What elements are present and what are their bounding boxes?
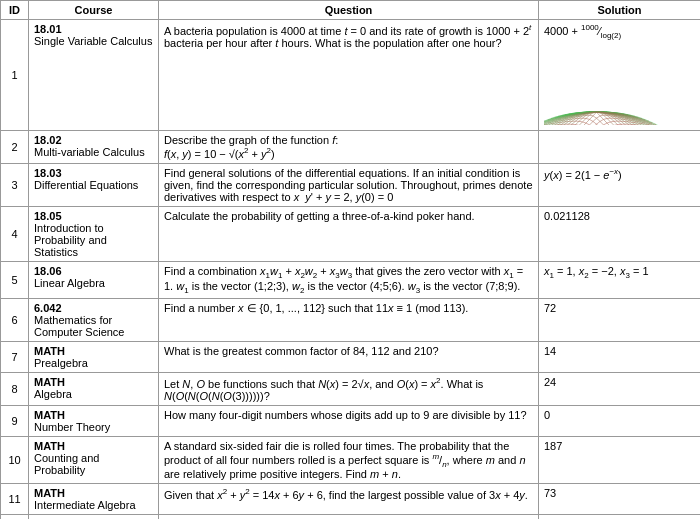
course-title: MATH: [34, 487, 65, 499]
row-question: Find a number x ∈ {0, 1, ..., 112} such …: [159, 298, 539, 341]
row-id: 5: [1, 261, 29, 298]
row-solution: [539, 130, 701, 163]
row-question: A bacteria population is 4000 at time t …: [159, 20, 539, 131]
row-id: 9: [1, 405, 29, 436]
table-row: 11MATHIntermediate AlgebraGiven that x2 …: [1, 484, 701, 515]
row-id: 4: [1, 206, 29, 261]
row-id: 8: [1, 372, 29, 405]
row-id: 10: [1, 436, 29, 484]
row-solution: x1 = 1, x2 = −2, x3 = 1: [539, 261, 701, 298]
course-title: MATH: [34, 409, 65, 421]
solution-text: 4000 + 1000⁄log(2): [544, 23, 695, 40]
row-course: MATHPrecalculus: [29, 515, 159, 519]
course-subtitle: Intermediate Algebra: [34, 499, 136, 511]
course-title: MATH: [34, 440, 65, 452]
row-id: 1: [1, 20, 29, 131]
course-subtitle: Mathematics for Computer Science: [34, 314, 125, 338]
row-question: Describe the graph of the function f:f(x…: [159, 130, 539, 163]
course-subtitle: Linear Algebra: [34, 277, 105, 289]
course-title: 18.01: [34, 23, 62, 35]
table-row: 518.06Linear AlgebraFind a combination x…: [1, 261, 701, 298]
header-question: Question: [159, 1, 539, 20]
course-subtitle: Multi-variable Calculus: [34, 146, 145, 158]
row-question: How many four-digit numbers whose digits…: [159, 405, 539, 436]
course-title: 18.06: [34, 265, 62, 277]
course-subtitle: Single Variable Calculus: [34, 35, 152, 47]
header-id: ID: [1, 1, 29, 20]
course-subtitle: Introduction to Probability and Statisti…: [34, 222, 107, 258]
row-solution: 0: [539, 405, 701, 436]
row-solution: 0.021128: [539, 206, 701, 261]
row-solution: 4: [539, 515, 701, 519]
row-id: 2: [1, 130, 29, 163]
header-course: Course: [29, 1, 159, 20]
course-title: MATH: [34, 345, 65, 357]
course-title: MATH: [34, 376, 65, 388]
course-title: 18.02: [34, 134, 62, 146]
course-title: 18.03: [34, 167, 62, 179]
row-question: Let N, O be functions such that N(x) = 2…: [159, 372, 539, 405]
row-id: 6: [1, 298, 29, 341]
row-id: 11: [1, 484, 29, 515]
table-row: 10MATHCounting and ProbabilityA standard…: [1, 436, 701, 484]
row-question: A standard six-sided fair die is rolled …: [159, 436, 539, 484]
table-row: 8MATHAlgebraLet N, O be functions such t…: [1, 372, 701, 405]
row-id: 7: [1, 341, 29, 372]
row-solution: 73: [539, 484, 701, 515]
row-course: 18.01Single Variable Calculus: [29, 20, 159, 131]
row-course: MATHCounting and Probability: [29, 436, 159, 484]
table-row: 7MATHPrealgebraWhat is the greatest comm…: [1, 341, 701, 372]
row-question: Find general solutions of the differenti…: [159, 163, 539, 206]
course-subtitle: Counting and Probability: [34, 452, 99, 476]
header-solution: Solution: [539, 1, 701, 20]
course-subtitle: Differential Equations: [34, 179, 138, 191]
table-row: 218.02Multi-variable CalculusDescribe th…: [1, 130, 701, 163]
row-course: 18.06Linear Algebra: [29, 261, 159, 298]
row-id: 12: [1, 515, 29, 519]
row-question: What is the greatest common factor of 84…: [159, 341, 539, 372]
row-solution: 24: [539, 372, 701, 405]
row-solution: 14: [539, 341, 701, 372]
row-solution: 187: [539, 436, 701, 484]
table-row: 418.05Introduction to Probability and St…: [1, 206, 701, 261]
course-title: 6.042: [34, 302, 62, 314]
row-solution: 72: [539, 298, 701, 341]
row-course: 18.03Differential Equations: [29, 163, 159, 206]
row-course: MATHAlgebra: [29, 372, 159, 405]
table-row: 66.042Mathematics for Computer ScienceFi…: [1, 298, 701, 341]
row-id: 3: [1, 163, 29, 206]
table-row: 118.01Single Variable CalculusA bacteria…: [1, 20, 701, 131]
course-subtitle: Algebra: [34, 388, 72, 400]
row-solution: 4000 + 1000⁄log(2): [539, 20, 701, 131]
row-question: If the six solutions of x6 = −64 are wri…: [159, 515, 539, 519]
row-course: MATHNumber Theory: [29, 405, 159, 436]
course-subtitle: Prealgebra: [34, 357, 88, 369]
row-question: Find a combination x1w1 + x2w2 + x3w3 th…: [159, 261, 539, 298]
table-row: 12MATHPrecalculusIf the six solutions of…: [1, 515, 701, 519]
3d-graph: [544, 40, 694, 125]
row-solution: y(x) = 2(1 − e−x): [539, 163, 701, 206]
course-subtitle: Number Theory: [34, 421, 110, 433]
row-course: 18.05Introduction to Probability and Sta…: [29, 206, 159, 261]
table-row: 9MATHNumber TheoryHow many four-digit nu…: [1, 405, 701, 436]
row-course: 18.02Multi-variable Calculus: [29, 130, 159, 163]
row-course: MATHIntermediate Algebra: [29, 484, 159, 515]
row-question: Given that x2 + y2 = 14x + 6y + 6, find …: [159, 484, 539, 515]
course-title: 18.05: [34, 210, 62, 222]
table-row: 318.03Differential EquationsFind general…: [1, 163, 701, 206]
row-course: MATHPrealgebra: [29, 341, 159, 372]
row-question: Calculate the probability of getting a t…: [159, 206, 539, 261]
row-course: 6.042Mathematics for Computer Science: [29, 298, 159, 341]
